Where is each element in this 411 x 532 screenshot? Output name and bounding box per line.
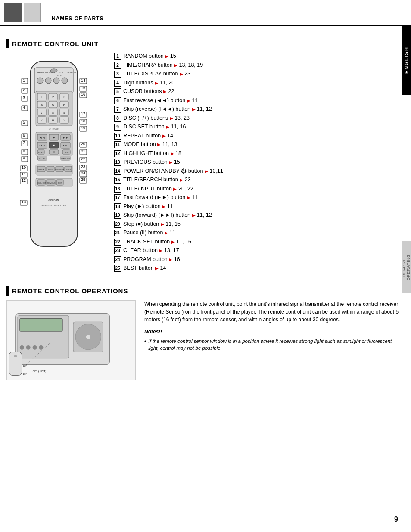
- list-item: 24PROGRAM button ▶ 16: [114, 256, 400, 264]
- svg-text:10: 10: [22, 165, 26, 170]
- svg-text:4: 4: [41, 103, 43, 107]
- item-number: 1: [114, 53, 121, 60]
- item-label: Digit buttons ▶ 11, 20: [123, 79, 400, 87]
- logo-light-rect: [24, 3, 41, 22]
- svg-text:◄◄: ◄◄: [39, 136, 45, 139]
- operations-section: REMOTE CONTROL OPERATIONS: [6, 286, 400, 380]
- svg-text:7: 7: [23, 140, 25, 145]
- item-label: TRACK SET button ▶ 11, 16: [123, 238, 400, 246]
- svg-text:21: 21: [81, 149, 85, 153]
- item-number: 21: [114, 230, 121, 236]
- svg-text:CLEAR: CLEAR: [65, 168, 71, 171]
- svg-text:MODE: MODE: [48, 168, 53, 171]
- list-item: 2TIME/CHARA button ▶ 13, 18, 19: [114, 62, 400, 69]
- svg-text:3: 3: [23, 96, 25, 100]
- svg-text:6: 6: [63, 103, 65, 107]
- item-number: 12: [114, 150, 121, 157]
- svg-point-8: [37, 78, 43, 84]
- svg-text:30°: 30°: [22, 364, 27, 367]
- list-item: 10REPEAT button ▶ 14: [114, 132, 400, 140]
- notes-title: Notes!!: [144, 328, 400, 336]
- svg-text:8: 8: [23, 149, 25, 153]
- before-operating-tab: BEFORE OPERATING: [402, 241, 411, 293]
- item-number: 20: [114, 221, 121, 228]
- svg-point-135: [86, 335, 90, 339]
- section-header-remote-unit: REMOTE CONTROL UNIT: [6, 39, 400, 48]
- svg-text:16: 16: [81, 92, 85, 96]
- item-label: PROGRAM button ▶ 16: [123, 256, 400, 264]
- list-item: 22TRACK SET button ▶ 11, 16: [114, 238, 400, 246]
- list-item: 5CUSOR buttons ▶ 22: [114, 88, 400, 96]
- svg-text:PREVIOUS: PREVIOUS: [47, 182, 56, 184]
- svg-text:4: 4: [23, 105, 25, 109]
- section-bar-ops: [6, 286, 9, 296]
- svg-text:23: 23: [81, 165, 85, 169]
- item-number: 23: [114, 247, 121, 254]
- item-label: DISC SET button ▶ 11, 16: [123, 123, 400, 131]
- svg-text:5m (16ft): 5m (16ft): [33, 369, 47, 373]
- list-item: 16TITLE/INPUT button ▶ 20, 22: [114, 185, 400, 193]
- svg-text:9: 9: [63, 111, 65, 115]
- section-title-remote-unit: REMOTE CONTROL UNIT: [12, 40, 98, 47]
- item-number: 8: [114, 115, 121, 122]
- item-number: 19: [114, 212, 121, 219]
- svg-text:8: 8: [52, 111, 54, 115]
- svg-point-10: [53, 78, 59, 84]
- list-item: 19Skip (forward) (►►I) button ▶ 11, 12: [114, 212, 400, 219]
- svg-text:2: 2: [52, 95, 54, 99]
- svg-text:22: 22: [81, 157, 85, 161]
- item-number: 2: [114, 62, 121, 69]
- svg-text:DISC SET: DISC SET: [38, 158, 47, 160]
- item-label: CLEAR button ▶ 13, 17: [123, 247, 400, 255]
- svg-text:0: 0: [52, 118, 54, 122]
- list-item: 3TITLE/DISPLAY button ▶ 23: [114, 70, 400, 78]
- item-label: Pause (II) button ▶ 11: [123, 229, 400, 237]
- svg-text:REMOTE CONTROLLER: REMOTE CONTROLLER: [42, 204, 66, 207]
- list-item: 4Digit buttons ▶ 11, 20: [114, 79, 400, 87]
- parts-list: 1RANDOM button ▶ 152TIME/CHARA button ▶ …: [110, 53, 400, 274]
- list-item: 14POWER ON/STANDBY ⏻ button ▶ 10,11: [114, 168, 400, 175]
- svg-rect-132: [20, 318, 62, 331]
- svg-text:INPUT: INPUT: [57, 74, 63, 76]
- svg-text:TRACK SET: TRACK SET: [61, 158, 71, 160]
- svg-point-138: [33, 345, 37, 349]
- item-label: Stop (■) button ▶ 11, 15: [123, 221, 400, 228]
- logo-area: [0, 0, 45, 25]
- svg-text:>: >: [63, 118, 65, 122]
- item-label: Fast reverse (◄◄) button ▶ 11: [123, 97, 400, 105]
- item-number: 13: [114, 159, 121, 166]
- svg-text:19: 19: [81, 126, 85, 130]
- item-label: TITLE/INPUT button ▶ 20, 22: [123, 185, 400, 193]
- item-number: 25: [114, 265, 121, 272]
- item-label: POWER ON/STANDBY ⏻ button ▶ 10,11: [123, 168, 400, 175]
- svg-text:DISC: DISC: [64, 151, 69, 154]
- svg-text:2: 2: [23, 88, 25, 92]
- item-number: 9: [114, 124, 121, 131]
- list-item: 18Play (►) button ▶ 11: [114, 203, 400, 211]
- item-label: DISC (−/+) buttons ▶ 13, 23: [123, 115, 400, 122]
- svg-text:7: 7: [41, 111, 43, 115]
- item-label: Skip (forward) (►►I) button ▶ 11, 12: [123, 212, 400, 219]
- item-number: 14: [114, 168, 121, 175]
- svg-text:BEST: BEST: [58, 182, 62, 184]
- operations-image: 30° 5m (16ft) 30°: [6, 300, 136, 380]
- header-title: NAMES OF PARTS: [52, 16, 103, 22]
- list-item: 7Skip (reverse) (I◄◄) button ▶ 11, 12: [114, 106, 400, 113]
- item-number: 4: [114, 80, 121, 87]
- svg-point-11: [62, 78, 68, 84]
- english-tab: ENGLISH: [402, 26, 411, 95]
- svg-text:<: <: [41, 118, 43, 122]
- svg-text:1: 1: [41, 95, 43, 99]
- list-item: 6Fast reverse (◄◄) button ▶ 11: [114, 97, 400, 105]
- note-1-text: If the remote control sensor window is i…: [148, 338, 400, 352]
- item-label: PREVIOUS button ▶ 15: [123, 159, 400, 166]
- svg-point-139: [39, 345, 44, 349]
- svg-text:marantz: marantz: [48, 199, 59, 202]
- section-header-operations: REMOTE CONTROL OPERATIONS: [6, 286, 400, 296]
- note-item-1: • If the remote control sensor window is…: [144, 338, 400, 352]
- item-label: TITLE/DISPLAY button ▶ 23: [123, 70, 400, 78]
- svg-point-9: [45, 78, 51, 84]
- list-item: 20Stop (■) button ▶ 11, 15: [114, 221, 400, 228]
- item-number: 3: [114, 71, 121, 78]
- list-item: 21Pause (II) button ▶ 11: [114, 229, 400, 237]
